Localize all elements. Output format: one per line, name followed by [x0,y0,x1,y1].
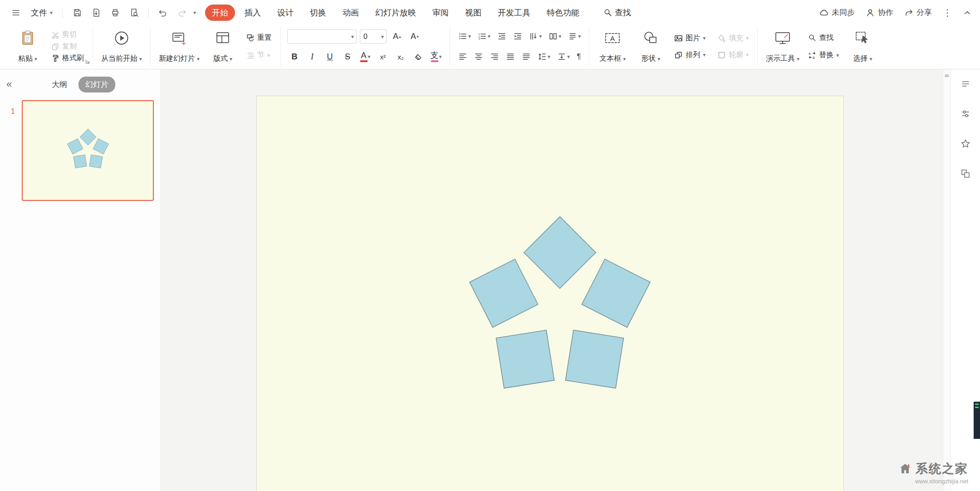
collapse-ribbon-button[interactable] [963,8,972,17]
text-effects-button[interactable]: 支 ▾ [429,50,443,63]
tab-home[interactable]: 开始 [205,5,235,21]
tab-animation[interactable]: 动画 [336,5,366,21]
strikethrough-button[interactable]: S [340,50,355,63]
play-from-current-button[interactable]: 从当前开始▾ [99,27,144,66]
layout-button[interactable]: 版式▾ [206,27,240,66]
paragraph-spacing-button[interactable]: ▾ [555,50,572,63]
format-painter-button[interactable]: 格式刷 [49,52,86,64]
clipboard-dialog-launcher[interactable] [85,59,90,64]
clear-format-button[interactable] [411,50,426,63]
sync-status[interactable]: 未同步 [819,7,855,18]
font-size-select[interactable]: ▾ [360,29,387,44]
arrange-icon [674,51,683,59]
scissors-icon [51,31,59,39]
shapes-button[interactable]: 形状▾ [634,27,667,66]
bold-button[interactable]: B [287,50,302,63]
share-button[interactable]: 分享 [904,7,932,18]
star-icon [960,139,970,149]
new-slide-button[interactable]: 新建幻灯片▾ [157,27,201,66]
tab-view[interactable]: 视图 [458,5,488,21]
save-button[interactable] [69,5,85,20]
pane-list-button[interactable] [957,76,974,92]
tab-slideshow[interactable]: 幻灯片放映 [368,5,423,21]
find-menu[interactable]: 查找 [603,7,631,18]
align-center-button[interactable] [472,50,485,63]
scrollbar-grip-icon[interactable] [943,69,951,82]
section-button[interactable]: 节 ▾ [244,49,274,61]
print-button[interactable] [108,5,123,20]
star-petal[interactable] [470,259,538,328]
vertical-scrollbar[interactable] [943,69,951,491]
copy-button[interactable]: 复制 [49,41,86,53]
slide-thumbnail[interactable] [22,100,154,201]
app-menu-button[interactable] [8,5,24,20]
font-size-input[interactable] [360,33,381,41]
insert-small-buttons: 图片▾ 填充▾ 排列▾ 轮廓▾ [672,27,751,66]
favorites-panel-button[interactable] [957,136,974,152]
print-preview-button[interactable] [127,5,142,20]
replace-icon: AB [808,51,816,59]
align-left-button[interactable] [456,50,469,63]
font-color-button[interactable]: A ▾ [358,50,372,63]
tab-special-features[interactable]: 特色功能 [540,5,586,21]
collaborate-button[interactable]: 协作 [866,7,893,18]
star-petal[interactable] [496,330,554,388]
tab-insert[interactable]: 插入 [238,5,268,21]
superscript-button[interactable]: x² [376,50,390,63]
quickbar-dropdown-icon[interactable]: ▾ [193,10,196,15]
font-name-select[interactable]: ▾ [287,29,357,44]
shapes-panel-button[interactable] [957,165,974,182]
tab-design[interactable]: 设计 [270,5,300,21]
replace-button[interactable]: AB 替换▾ [806,49,841,61]
more-menu-button[interactable]: ⋮ [943,8,952,17]
cut-button[interactable]: 剪切 [49,29,86,41]
paste-button[interactable]: 粘贴▾ [11,27,44,66]
paragraph-settings-button[interactable]: ¶ [575,50,583,63]
tab-outline-pane[interactable]: 大纲 [45,77,74,92]
increase-font-button[interactable]: A▴ [390,30,404,44]
export-button[interactable] [88,5,104,20]
select-button[interactable]: 选择▾ [846,27,879,66]
find-button[interactable]: 查找 [806,32,841,44]
font-name-input[interactable] [288,33,351,41]
justify-button[interactable] [504,50,517,63]
file-menu[interactable]: 文件 ▾ [27,7,56,18]
tab-developer[interactable]: 开发工具 [491,5,537,21]
tab-transition[interactable]: 切换 [303,5,333,21]
properties-panel-button[interactable] [957,106,974,122]
star-petal[interactable] [565,330,623,388]
distribute-button[interactable] [520,50,533,63]
paragraph-menu-button[interactable]: ▾ [566,29,583,43]
reset-slide-button[interactable]: 重置 [244,32,274,44]
tab-slides-pane[interactable]: 幻灯片 [78,77,115,92]
textbox-button[interactable]: A 文本框▾ [596,27,629,66]
line-spacing-button[interactable]: ▾ [536,50,552,63]
text-effects-swatch [431,60,438,62]
presentation-tools-button[interactable]: 演示工具▾ [764,27,801,66]
slide-surface[interactable] [256,96,844,491]
insert-group: A 文本框▾ 形状▾ 图片▾ 填充▾ 排列▾ [589,27,758,66]
numbered-list-button[interactable]: 123▾ [476,29,492,43]
decrease-indent-button[interactable] [495,29,508,43]
columns-button[interactable]: ▾ [547,29,563,43]
italic-button[interactable]: I [305,50,319,63]
picture-button[interactable]: 图片▾ [672,32,708,44]
slides-group: 新建幻灯片▾ 版式▾ 重置 节 ▾ [151,27,281,66]
text-direction-button[interactable]: ▾ [527,29,544,43]
star-petal [93,139,108,154]
star-petal[interactable] [582,259,650,328]
tab-review[interactable]: 审阅 [426,5,456,21]
outline-button[interactable]: 轮廓▾ [715,49,751,61]
panel-collapse-button[interactable]: « [6,78,12,90]
decrease-font-button[interactable]: A▾ [407,30,422,44]
underline-button[interactable]: U [323,50,337,63]
fill-button[interactable]: 填充▾ [715,32,751,44]
subscript-button[interactable]: x₂ [393,50,408,63]
redo-button[interactable] [174,5,190,20]
star-petal[interactable] [524,217,596,288]
bullet-list-button[interactable]: ▾ [456,29,473,43]
arrange-button[interactable]: 排列▾ [672,49,708,61]
align-right-button[interactable] [488,50,501,63]
undo-button[interactable] [155,5,171,20]
increase-indent-button[interactable] [511,29,524,43]
